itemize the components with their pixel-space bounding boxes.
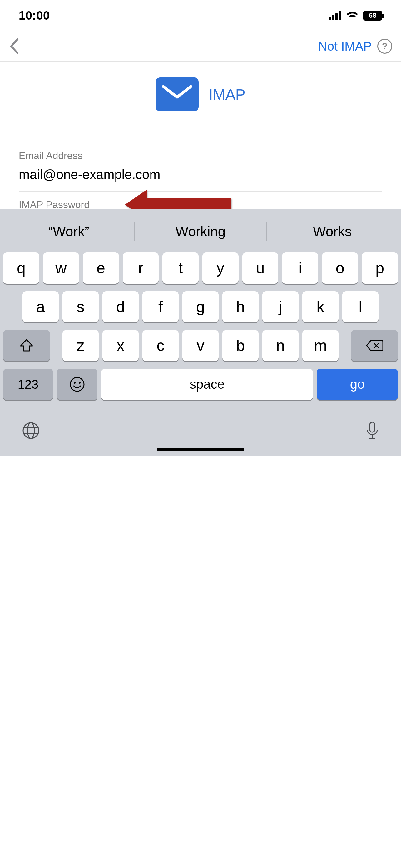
key-x[interactable]: x [102,330,139,361]
svg-rect-1 [332,15,334,20]
key-k[interactable]: k [302,291,338,322]
key-w[interactable]: w [43,252,79,284]
home-indicator[interactable] [157,448,244,451]
svg-point-7 [74,382,75,384]
status-right: 68 [329,11,382,21]
microphone-icon[interactable] [365,421,379,441]
numbers-key[interactable]: 123 [3,369,53,400]
svg-point-8 [79,382,80,384]
battery-percent: 68 [369,11,376,20]
key-b[interactable]: b [222,330,259,361]
globe-icon[interactable] [22,422,40,441]
space-key[interactable]: space [101,369,313,400]
svg-rect-0 [329,17,331,20]
help-icon[interactable]: ? [377,39,392,54]
shift-icon [20,338,34,353]
battery-icon: 68 [363,11,382,21]
svg-point-9 [23,423,39,438]
svg-rect-2 [335,13,338,20]
status-bar: 10:00 68 [0,0,401,31]
brand-header: IMAP [0,62,401,124]
keyboard-row-1: q w e r t y u i o p [0,249,401,287]
key-q[interactable]: q [3,252,39,284]
key-e[interactable]: e [83,252,119,284]
key-u[interactable]: u [242,252,278,284]
emoji-key[interactable] [57,369,97,400]
keyboard-row-3: z x c v b n m [0,326,401,365]
nav-bar: Not IMAP ? [0,31,401,61]
key-j[interactable]: j [262,291,299,322]
emoji-icon [69,376,85,392]
key-g[interactable]: g [182,291,219,322]
keyboard-suggestions: “Work” Working Works [0,214,401,249]
email-label: Email Address [19,150,382,161]
key-r[interactable]: r [123,252,159,284]
backspace-key[interactable] [351,330,398,361]
backspace-icon [366,339,383,352]
cellular-signal-icon [329,11,342,20]
suggestion-item[interactable]: Working [135,224,266,239]
key-n[interactable]: n [262,330,299,361]
key-m[interactable]: m [302,330,338,361]
key-p[interactable]: p [362,252,398,284]
key-d[interactable]: d [102,291,139,322]
key-c[interactable]: c [142,330,179,361]
status-time: 10:00 [19,9,50,23]
brand-title: IMAP [209,86,245,103]
key-z[interactable]: z [63,330,99,361]
key-v[interactable]: v [182,330,219,361]
keyboard-row-2: a s d f g h j k l [0,287,401,326]
svg-point-10 [28,423,34,438]
keyboard-row-4: 123 space go [0,365,401,406]
key-l[interactable]: l [342,291,378,322]
key-y[interactable]: y [202,252,239,284]
back-chevron-icon[interactable] [9,38,20,54]
key-o[interactable]: o [322,252,358,284]
shift-key[interactable] [3,330,50,361]
key-i[interactable]: i [282,252,318,284]
suggestion-item[interactable]: Works [267,224,398,239]
suggestion-item[interactable]: “Work” [3,224,134,239]
key-h[interactable]: h [222,291,259,322]
svg-rect-3 [339,11,341,20]
key-s[interactable]: s [63,291,99,322]
key-t[interactable]: t [162,252,199,284]
mail-icon [156,78,199,111]
svg-rect-13 [370,422,375,432]
wifi-icon [346,11,359,20]
svg-point-6 [70,377,84,391]
key-f[interactable]: f [142,291,179,322]
email-input[interactable] [19,167,382,182]
not-imap-link[interactable]: Not IMAP [318,39,372,54]
keyboard: “Work” Working Works q w e r t y u i o p… [0,209,401,456]
email-field-group: Email Address [19,143,382,191]
key-a[interactable]: a [23,291,59,322]
go-key[interactable]: go [317,369,398,400]
